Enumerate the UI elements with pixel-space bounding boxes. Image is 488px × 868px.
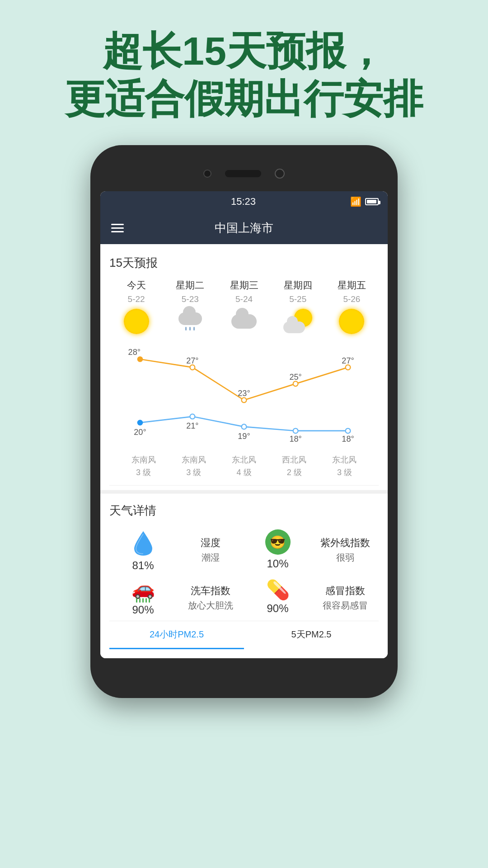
svg-text:18°: 18° xyxy=(289,435,301,444)
day-date-3: 5-24 xyxy=(235,294,253,304)
details-row-2: 🚗 90% 洗车指数 xyxy=(109,579,379,616)
hamburger-line xyxy=(111,231,124,232)
hamburger-line xyxy=(111,227,124,229)
forecast-title: 15天预报 xyxy=(109,255,379,271)
menu-button[interactable] xyxy=(111,224,124,232)
weather-icon-1 xyxy=(122,307,151,336)
wash-line xyxy=(139,598,141,603)
wind-dir-3: 东北风 xyxy=(219,454,269,465)
wind-dir-5: 东北风 xyxy=(319,454,370,465)
svg-text:27°: 27° xyxy=(342,356,354,365)
weather-icon-3 xyxy=(230,307,258,336)
uv-sublabel: 很弱 xyxy=(311,552,379,564)
bottom-tabs: 24小时PM2.5 5天PM2.5 xyxy=(109,621,379,649)
day-name-5: 星期五 xyxy=(338,279,366,292)
details-section: 天气详情 81% xyxy=(100,490,388,658)
temp-chart-svg: 28° 27° 23° 25° 27° xyxy=(114,344,374,448)
city-title: 中国上海市 xyxy=(215,220,273,236)
forecast-day-2: 星期二 5-23 xyxy=(163,279,217,336)
day-name-1: 今天 xyxy=(127,279,146,292)
phone-screen: 15:23 📶 中国上海市 xyxy=(100,191,388,658)
wind-level-4: 2 级 xyxy=(269,467,319,478)
wind-item-2: 东南风 3 级 xyxy=(169,454,219,478)
wind-level-3: 4 级 xyxy=(219,467,269,478)
tab-24h-pm25[interactable]: 24小时PM2.5 xyxy=(109,621,244,649)
speaker xyxy=(225,170,261,177)
status-icons: 📶 xyxy=(350,196,379,207)
day-date-5: 5-26 xyxy=(343,294,360,304)
cold-label: 感冒指数 xyxy=(311,584,379,598)
svg-text:25°: 25° xyxy=(289,373,301,382)
svg-text:18°: 18° xyxy=(342,435,354,444)
wind-level-1: 3 级 xyxy=(118,467,169,478)
wind-level-2: 3 级 xyxy=(169,467,219,478)
svg-point-1 xyxy=(190,365,195,370)
sensor xyxy=(275,169,285,179)
cloud-shape xyxy=(178,312,202,325)
svg-text:23°: 23° xyxy=(238,389,250,398)
svg-point-11 xyxy=(190,414,195,419)
cloud-rain-icon xyxy=(178,312,202,330)
drop xyxy=(189,327,191,330)
pc-cloud xyxy=(283,321,305,333)
cold-sublabel: 很容易感冒 xyxy=(311,599,379,612)
phone-top-bezel xyxy=(100,158,388,189)
svg-text:21°: 21° xyxy=(186,422,198,431)
weather-icon-2 xyxy=(176,307,205,336)
svg-text:28°: 28° xyxy=(128,348,141,357)
svg-text:19°: 19° xyxy=(238,432,250,441)
battery-icon xyxy=(365,198,379,205)
uv-value: 10% xyxy=(267,557,288,570)
day-date-4: 5-25 xyxy=(289,294,306,304)
wind-dir-4: 西北风 xyxy=(269,454,319,465)
wind-dir-1: 东南风 xyxy=(118,454,169,465)
water-drop-svg xyxy=(133,530,153,557)
svg-point-3 xyxy=(293,382,298,387)
wind-row: 东南风 3 级 东南风 3 级 东北风 4 级 西北风 xyxy=(109,448,379,486)
front-camera xyxy=(203,170,211,178)
page-header: 超长15天预报， 更适合假期出行安排 xyxy=(0,0,488,141)
forecast-day-5: 星期五 5-26 xyxy=(325,279,379,336)
headline-line2: 更适合假期出行安排 xyxy=(65,76,423,121)
app-toolbar: 中国上海市 xyxy=(100,212,388,244)
forecast-day-3: 星期三 5-24 xyxy=(217,279,271,336)
weather-content: 15天预报 今天 5-22 星期二 xyxy=(100,244,388,658)
wash-line xyxy=(136,598,137,603)
rain-drops xyxy=(178,325,202,330)
svg-text:20°: 20° xyxy=(134,428,146,437)
weather-icon-4 xyxy=(283,307,312,336)
carwash-value: 90% xyxy=(132,604,154,616)
tab-5d-pm25[interactable]: 5天PM2.5 xyxy=(244,621,379,649)
wind-item-5: 东北风 3 级 xyxy=(319,454,370,478)
carwash-label-col: 洗车指数 放心大胆洗 xyxy=(177,584,244,612)
phone-bottom-bezel xyxy=(100,658,388,685)
temperature-chart: 28° 27° 23° 25° 27° xyxy=(109,340,379,448)
status-time: 15:23 xyxy=(136,196,350,208)
day-name-3: 星期三 xyxy=(230,279,258,292)
wind-level-5: 3 级 xyxy=(319,467,370,478)
wash-line xyxy=(142,598,144,603)
day-date-1: 5-22 xyxy=(128,294,145,304)
humidity-sublabel: 潮湿 xyxy=(177,552,244,564)
forecast-days-row: 今天 5-22 星期二 5-23 xyxy=(109,279,379,336)
water-drop-icon xyxy=(131,528,156,559)
phone: 15:23 📶 中国上海市 xyxy=(90,145,398,698)
partly-cloudy-icon xyxy=(283,309,312,334)
forecast-day-4: 星期四 5-25 xyxy=(271,279,325,336)
forecast-day-1: 今天 5-22 xyxy=(109,279,163,336)
cold-value: 90% xyxy=(267,602,288,615)
day-name-4: 星期四 xyxy=(284,279,312,292)
wash-water-lines xyxy=(136,598,150,603)
weather-icon-5 xyxy=(337,307,366,336)
svg-point-0 xyxy=(137,356,143,362)
day-name-2: 星期二 xyxy=(176,279,204,292)
humidity-icon-col: 81% xyxy=(109,528,177,572)
headline-line1: 超长15天预报， xyxy=(103,28,385,73)
phone-wrapper: 15:23 📶 中国上海市 xyxy=(0,145,488,698)
wind-item-4: 西北风 2 级 xyxy=(269,454,319,478)
wash-line xyxy=(145,598,147,603)
sun-icon xyxy=(124,309,149,334)
humidity-label-col: 湿度 潮湿 xyxy=(177,536,244,564)
sunglasses-icon: 😎 xyxy=(265,529,291,555)
wind-item-3: 东北风 4 级 xyxy=(219,454,269,478)
